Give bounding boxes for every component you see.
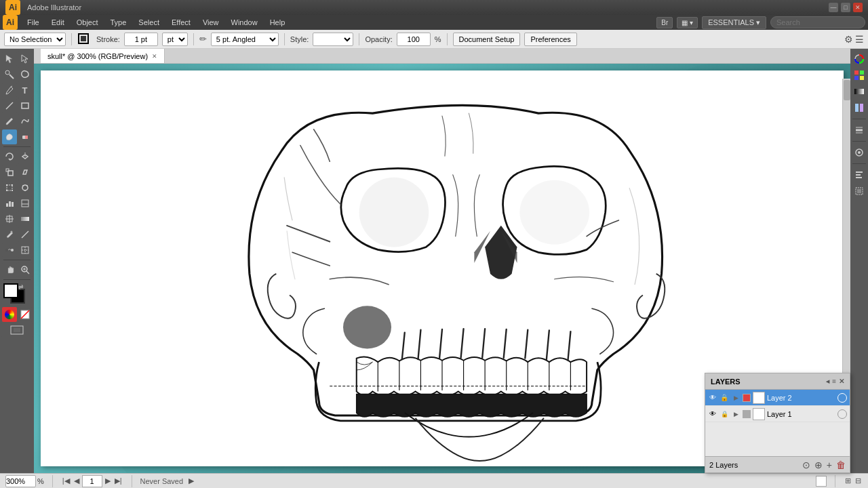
document-tab[interactable]: skull* @ 300% (RGB/Preview) ✕ bbox=[41, 49, 165, 63]
menu-select[interactable]: Select bbox=[133, 17, 165, 28]
close-button[interactable]: ✕ bbox=[853, 3, 863, 12]
stroke-unit-select[interactable]: pt bbox=[162, 33, 188, 46]
eraser-tool[interactable] bbox=[18, 129, 33, 144]
align-panel-button[interactable] bbox=[852, 167, 867, 182]
minimize-button[interactable]: — bbox=[829, 3, 838, 12]
layer-1-expand-button[interactable]: ▶ bbox=[731, 409, 741, 419]
delete-layer-button[interactable]: 🗑 bbox=[836, 460, 846, 470]
eyedropper-tool[interactable] bbox=[2, 227, 17, 242]
column-graph-tool[interactable] bbox=[18, 196, 33, 211]
screen-mode-button[interactable] bbox=[1, 323, 33, 338]
rectangle-tool[interactable] bbox=[18, 98, 33, 113]
none-button[interactable] bbox=[18, 307, 33, 322]
layers-title: LAYERS bbox=[711, 378, 741, 386]
next-page-button[interactable]: ▶ bbox=[104, 476, 112, 485]
locate-object-button[interactable]: ⊙ bbox=[802, 460, 810, 470]
make-sublayer-button[interactable]: ⊕ bbox=[814, 460, 823, 470]
stroke-width-input[interactable] bbox=[124, 33, 158, 46]
brush-select[interactable]: 5 pt. Angled bbox=[211, 33, 279, 46]
svg-point-20 bbox=[24, 190, 26, 191]
essentials-button[interactable]: ESSENTIALS ▾ bbox=[702, 16, 766, 29]
menu-window[interactable]: Window bbox=[226, 17, 263, 28]
graph-tool[interactable] bbox=[2, 196, 17, 211]
zoom-tool[interactable] bbox=[18, 262, 33, 277]
tools-icon[interactable]: ⚙ bbox=[844, 34, 853, 45]
color-panel-button[interactable] bbox=[852, 52, 867, 66]
svg-rect-46 bbox=[14, 328, 20, 332]
reflect-tool[interactable] bbox=[18, 149, 33, 164]
direct-select-tool[interactable] bbox=[18, 52, 33, 66]
layer-2-target[interactable] bbox=[837, 393, 847, 403]
layers-collapse-button[interactable]: ◂ bbox=[826, 378, 829, 385]
first-page-button[interactable]: |◀ bbox=[61, 476, 71, 485]
page-number-input[interactable] bbox=[82, 475, 102, 487]
pencil-tool[interactable] bbox=[2, 114, 17, 129]
zoom-input[interactable] bbox=[5, 475, 36, 487]
fill-box[interactable] bbox=[3, 283, 18, 298]
magic-wand-tool[interactable] bbox=[2, 67, 17, 82]
mesh-tool[interactable] bbox=[2, 211, 17, 226]
preferences-button[interactable]: Preferences bbox=[524, 33, 576, 46]
layer-2-lock-toggle[interactable]: 🔒 bbox=[719, 393, 729, 403]
gradient-panel-button[interactable] bbox=[852, 84, 867, 99]
tab-close-button[interactable]: ✕ bbox=[152, 53, 157, 60]
swap-icon[interactable]: ⇌ bbox=[18, 283, 24, 290]
gradient-tool[interactable] bbox=[18, 211, 33, 226]
grid-view-button[interactable]: ⊞ bbox=[844, 476, 852, 485]
selection-select[interactable]: No Selection bbox=[4, 33, 66, 46]
lasso-tool[interactable] bbox=[18, 67, 33, 82]
shear-tool[interactable] bbox=[18, 165, 33, 180]
layer-row-2[interactable]: 👁 🔒 ▶ Layer 2 bbox=[705, 390, 850, 406]
swatches-panel-button[interactable] bbox=[852, 68, 867, 83]
opacity-input[interactable] bbox=[397, 33, 431, 46]
menu-view[interactable]: View bbox=[197, 17, 224, 28]
menu-help[interactable]: Help bbox=[264, 17, 291, 28]
layer-1-lock-toggle[interactable]: 🔒 bbox=[719, 409, 729, 419]
menu-effect[interactable]: Effect bbox=[166, 17, 196, 28]
last-page-button[interactable]: ▶| bbox=[113, 476, 123, 485]
scale-tool[interactable] bbox=[2, 165, 17, 180]
layer-row-1[interactable]: 👁 🔒 ▶ Layer 1 bbox=[705, 406, 850, 422]
layer-2-visibility-toggle[interactable]: 👁 bbox=[708, 393, 717, 403]
blob-brush-tool[interactable] bbox=[2, 129, 17, 144]
blend-tool[interactable] bbox=[2, 243, 17, 258]
smooth-tool[interactable] bbox=[18, 114, 33, 129]
libraries-panel-button[interactable] bbox=[852, 100, 867, 115]
style-select[interactable] bbox=[313, 33, 353, 46]
menu-edit[interactable]: Edit bbox=[46, 17, 70, 28]
menu-object[interactable]: Object bbox=[71, 17, 104, 28]
document-setup-button[interactable]: Document Setup bbox=[453, 33, 521, 46]
layers-menu-button[interactable]: ≡ bbox=[832, 378, 836, 385]
status-forward-button[interactable]: ▶ bbox=[189, 476, 194, 485]
bridge-button[interactable]: Br bbox=[656, 17, 673, 28]
transform-panel-button[interactable] bbox=[852, 184, 867, 199]
device-central-button[interactable]: ▦ ▾ bbox=[677, 17, 698, 28]
new-layer-button[interactable]: + bbox=[827, 460, 832, 470]
arrange-icon[interactable]: ☰ bbox=[855, 34, 864, 45]
status-extra-button[interactable]: ⊟ bbox=[854, 476, 863, 485]
free-transform-tool[interactable] bbox=[2, 180, 17, 195]
slice-tool[interactable] bbox=[18, 243, 33, 258]
color-mode-button[interactable] bbox=[2, 307, 17, 322]
selection-tool[interactable] bbox=[2, 52, 17, 66]
layer-1-visibility-toggle[interactable]: 👁 bbox=[708, 409, 717, 419]
layers-panel-header: LAYERS ◂ ≡ ✕ bbox=[705, 373, 850, 390]
prev-page-button[interactable]: ◀ bbox=[73, 476, 81, 485]
hand-tool[interactable] bbox=[2, 262, 17, 277]
layers-close-button[interactable]: ✕ bbox=[839, 378, 844, 385]
menu-type[interactable]: Type bbox=[105, 17, 132, 28]
layer-1-target[interactable] bbox=[837, 409, 847, 419]
stroke-panel-button[interactable] bbox=[852, 123, 867, 138]
symbol-tool[interactable] bbox=[18, 180, 33, 195]
measure-tool[interactable] bbox=[18, 227, 33, 242]
appearance-panel-button[interactable] bbox=[852, 145, 867, 160]
menu-file[interactable]: File bbox=[22, 17, 45, 28]
rotate-tool[interactable] bbox=[2, 149, 17, 164]
type-tool[interactable]: T bbox=[18, 83, 33, 98]
search-input[interactable] bbox=[770, 16, 865, 28]
pen-tool[interactable] bbox=[2, 83, 17, 98]
line-tool[interactable] bbox=[2, 98, 17, 113]
layer-2-expand-button[interactable]: ▶ bbox=[731, 393, 741, 403]
tool-row-9 bbox=[2, 180, 33, 195]
restore-button[interactable]: □ bbox=[841, 3, 850, 12]
